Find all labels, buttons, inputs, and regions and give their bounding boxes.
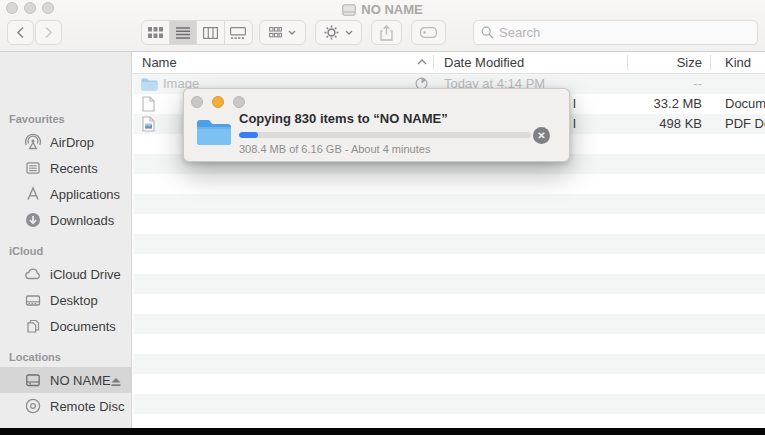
sidebar-item-label: NO NAME xyxy=(50,373,111,388)
sidebar-item-label: Desktop xyxy=(50,293,98,308)
icon-view-icon xyxy=(148,27,163,38)
recents-icon xyxy=(24,159,42,177)
column-divider[interactable] xyxy=(433,55,434,70)
column-divider[interactable] xyxy=(710,55,711,70)
sidebar-item-downloads[interactable]: Downloads xyxy=(0,207,132,233)
list-header: Name Date Modified Size Kind xyxy=(133,52,765,74)
file-name-fragment: l xyxy=(573,96,576,111)
copy-progress-dialog: Copying 830 items to “NO NAME” 308.4 MB … xyxy=(183,88,570,162)
column-divider[interactable] xyxy=(627,55,628,70)
dialog-close-button[interactable] xyxy=(191,96,203,108)
search-field[interactable] xyxy=(473,20,758,45)
column-view-icon xyxy=(203,27,218,39)
file-name-fragment: l xyxy=(573,116,576,131)
finder-window: NO NAME xyxy=(0,0,765,435)
list-view-button[interactable] xyxy=(170,21,198,44)
eject-icon[interactable] xyxy=(110,374,122,392)
gallery-view-button[interactable] xyxy=(225,21,252,44)
sidebar-item-label: Remote Disc xyxy=(50,399,124,414)
search-input[interactable] xyxy=(499,25,729,40)
pdf-document-icon xyxy=(142,116,155,132)
sidebar-item-label: Applications xyxy=(50,187,120,202)
gallery-view-icon xyxy=(230,27,246,39)
window-title-area: NO NAME xyxy=(0,2,765,17)
sidebar-item-documents[interactable]: Documents xyxy=(0,313,132,339)
file-size: -- xyxy=(627,76,702,91)
chevron-left-icon xyxy=(16,26,25,39)
file-size: 498 KB xyxy=(627,116,702,131)
downloads-icon xyxy=(24,211,42,229)
chevron-down-icon xyxy=(288,30,296,35)
forward-button[interactable] xyxy=(35,20,62,45)
group-grid-icon xyxy=(269,27,282,38)
tag-icon xyxy=(420,27,437,38)
file-kind: Document xyxy=(725,96,765,111)
folder-icon xyxy=(196,117,232,146)
tag-button[interactable] xyxy=(411,20,446,45)
desktop-icon xyxy=(24,291,42,309)
sidebar-item-label: Documents xyxy=(50,319,116,334)
share-icon xyxy=(380,25,393,41)
sidebar-item-airdrop[interactable]: AirDrop xyxy=(0,129,132,155)
sidebar-item-icloud-drive[interactable]: iCloud Drive xyxy=(0,261,132,287)
sidebar-item-label: Recents xyxy=(50,161,98,176)
icon-view-button[interactable] xyxy=(142,21,170,44)
sidebar: Favourites AirDrop Recents xyxy=(0,52,132,435)
sidebar-item-label: AirDrop xyxy=(50,135,94,150)
disk-icon xyxy=(342,4,356,16)
sidebar-item-remote-disc[interactable]: Remote Disc xyxy=(0,393,132,419)
cancel-copy-button[interactable]: ✕ xyxy=(533,127,550,144)
dialog-status-text: 308.4 MB of 6.16 GB - About 4 minutes xyxy=(239,143,430,155)
sidebar-section-icloud: iCloud xyxy=(9,245,43,257)
sidebar-item-recents[interactable]: Recents xyxy=(0,155,132,181)
share-button[interactable] xyxy=(371,20,402,45)
cloud-icon xyxy=(24,265,42,283)
gear-icon xyxy=(324,25,339,40)
column-header-date-modified[interactable]: Date Modified xyxy=(444,55,524,70)
sidebar-item-label: iCloud Drive xyxy=(50,267,121,282)
action-menu-button[interactable] xyxy=(315,20,362,45)
sidebar-item-no-name[interactable]: NO NAME xyxy=(0,367,132,393)
dialog-zoom-button[interactable] xyxy=(233,96,245,108)
search-icon xyxy=(481,26,494,39)
chevron-down-icon xyxy=(345,30,353,35)
list-view-icon xyxy=(176,27,190,39)
progress-fill xyxy=(239,132,258,138)
dialog-minimize-button[interactable] xyxy=(212,96,224,108)
sort-ascending-icon[interactable] xyxy=(417,59,427,65)
file-size: 33.2 MB xyxy=(627,96,702,111)
view-mode-control xyxy=(141,20,253,45)
chevron-right-icon xyxy=(44,26,53,39)
column-header-name[interactable]: Name xyxy=(142,55,177,70)
folder-icon xyxy=(141,77,158,91)
sidebar-section-favourites: Favourites xyxy=(9,113,65,125)
documents-icon xyxy=(24,317,42,335)
group-by-button[interactable] xyxy=(259,20,306,45)
dialog-title: Copying 830 items to “NO NAME” xyxy=(239,111,448,126)
sidebar-item-desktop[interactable]: Desktop xyxy=(0,287,132,313)
screen-edge-bar xyxy=(0,428,765,435)
column-view-button[interactable] xyxy=(197,21,225,44)
back-button[interactable] xyxy=(7,20,34,45)
external-drive-icon xyxy=(24,371,42,389)
window-title: NO NAME xyxy=(361,2,422,17)
window-chrome: NO NAME xyxy=(0,0,765,52)
sidebar-item-label: Downloads xyxy=(50,213,114,228)
file-kind: PDF Document xyxy=(725,116,765,131)
disc-icon xyxy=(24,397,42,415)
applications-icon xyxy=(24,185,42,203)
sidebar-section-locations: Locations xyxy=(9,351,61,363)
close-icon: ✕ xyxy=(537,130,545,141)
column-header-size[interactable]: Size xyxy=(627,55,702,70)
progress-bar xyxy=(239,132,531,138)
sidebar-item-applications[interactable]: Applications xyxy=(0,181,132,207)
column-header-kind[interactable]: Kind xyxy=(725,55,751,70)
airdrop-icon xyxy=(24,133,42,151)
document-icon xyxy=(142,96,155,112)
